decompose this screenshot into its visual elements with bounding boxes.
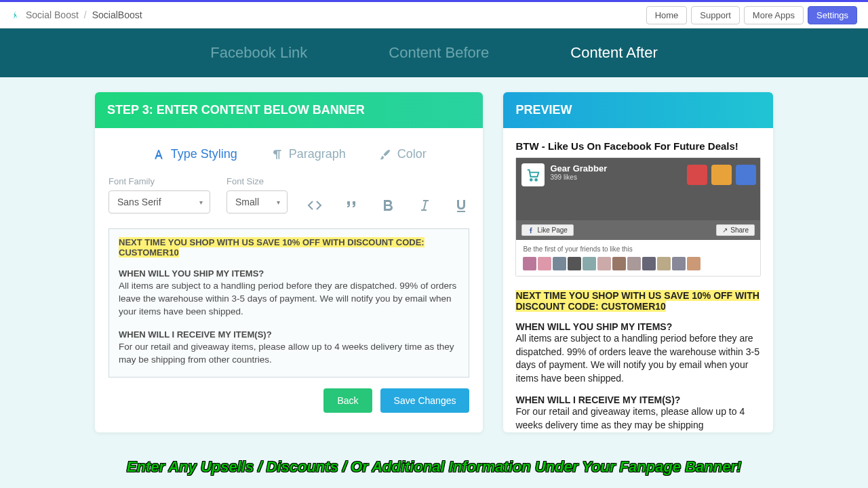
- breadcrumb: Social Boost / SocialBoost: [11, 9, 142, 20]
- editor-q1: WHEN WILL YOU SHIP MY ITEMS?: [119, 268, 459, 279]
- font-family-field: Font Family Sans Serif: [108, 176, 210, 214]
- preview-a2: For our retail and giveaway items, pleas…: [515, 405, 761, 432]
- tab-color-label: Color: [397, 147, 427, 161]
- preview-highlight: NEXT TIME YOU SHOP WITH US SAVE 10% OFF …: [515, 290, 759, 312]
- svg-point-1: [536, 179, 538, 181]
- breadcrumb-a[interactable]: Social Boost: [26, 9, 79, 20]
- facebook-cover: Gear Grabber 399 likes: [516, 158, 760, 220]
- preview-panel: PREVIEW BTW - Like Us On Facebook For Fu…: [503, 92, 773, 432]
- italic-icon[interactable]: [416, 197, 433, 214]
- home-button[interactable]: Home: [646, 6, 688, 24]
- style-tabs: Type Styling Paragraph Color: [108, 147, 469, 161]
- step-header: STEP 3: ENTER CONTENT BELOW BANNER: [95, 92, 483, 128]
- top-bar: Social Boost / SocialBoost Home Support …: [0, 0, 868, 28]
- bold-icon[interactable]: [380, 197, 396, 214]
- quote-icon[interactable]: [343, 197, 359, 214]
- breadcrumb-b: SocialBoost: [92, 9, 142, 20]
- tab-content-before[interactable]: Content Before: [389, 44, 489, 62]
- type-icon: [152, 148, 165, 161]
- editor-a2: For our retail and giveaway items, pleas…: [119, 341, 459, 367]
- font-family-select[interactable]: Sans Serif: [108, 190, 210, 214]
- preview-q1: WHEN WILL YOU SHIP MY ITEMS?: [515, 321, 761, 332]
- facebook-likes-count: 399 likes: [550, 174, 607, 181]
- font-size-field: Font Size Small: [226, 176, 288, 214]
- editor-highlight: NEXT TIME YOU SHOP WITH US SAVE 10% OFF …: [119, 237, 425, 258]
- top-nav: Home Support More Apps Settings: [646, 6, 857, 24]
- preview-q2: WHEN WILL I RECEIVE MY ITEM(S)?: [515, 394, 761, 405]
- preview-content: NEXT TIME YOU SHOP WITH US SAVE 10% OFF …: [515, 290, 761, 432]
- support-button[interactable]: Support: [691, 6, 740, 24]
- tab-content-after[interactable]: Content After: [570, 44, 657, 62]
- underline-icon[interactable]: [453, 197, 469, 214]
- type-toolbar: Font Family Sans Serif Font Size Small: [108, 176, 469, 214]
- footer-caption: Enter Any Upsells / Discounts / Or Addit…: [0, 458, 868, 476]
- code-icon[interactable]: [307, 197, 323, 214]
- app-logo-icon: [11, 10, 20, 20]
- tab-color[interactable]: Color: [378, 147, 427, 161]
- settings-button[interactable]: Settings: [808, 6, 857, 24]
- preview-a1: All items are subject to a handling peri…: [515, 332, 761, 385]
- tab-paragraph[interactable]: Paragraph: [270, 147, 346, 161]
- font-family-label: Font Family: [108, 176, 210, 186]
- facebook-share-button[interactable]: ↗Share: [716, 224, 755, 236]
- brush-icon: [378, 148, 392, 161]
- content-editor[interactable]: NEXT TIME YOU SHOP WITH US SAVE 10% OFF …: [108, 228, 469, 378]
- svg-point-0: [530, 179, 532, 181]
- editor-q3: WHERE ARE MY ITEMS COMING FROM?: [119, 377, 459, 378]
- facebook-action-bar: Like Page ↗Share: [516, 220, 760, 240]
- facebook-friends-text: Be the first of your friends to like thi…: [523, 245, 632, 253]
- tab-type-styling[interactable]: Type Styling: [152, 147, 237, 161]
- tab-facebook-link[interactable]: Facebook Link: [210, 44, 307, 62]
- facebook-widget: Gear Grabber 399 likes Like Page ↗Share …: [515, 157, 761, 277]
- editor-q2: WHEN WILL I RECEIVE MY ITEM(S)?: [119, 329, 459, 340]
- font-size-label: Font Size: [226, 176, 288, 186]
- step-tabs: Facebook Link Content Before Content Aft…: [0, 28, 868, 77]
- font-size-select[interactable]: Small: [226, 190, 288, 214]
- facebook-friends: Be the first of your friends to like thi…: [516, 240, 760, 276]
- breadcrumb-separator: /: [84, 9, 87, 20]
- tab-paragraph-label: Paragraph: [289, 147, 346, 161]
- editor-a1: All items are subject to a handling peri…: [119, 280, 459, 319]
- editor-buttons: Back Save Changes: [108, 388, 469, 413]
- back-button[interactable]: Back: [323, 388, 372, 413]
- format-icons: [307, 197, 469, 214]
- facebook-page-name: Gear Grabber: [550, 163, 607, 174]
- facebook-page-avatar: [521, 163, 545, 186]
- tab-type-styling-label: Type Styling: [171, 147, 237, 161]
- paragraph-icon: [270, 148, 283, 161]
- content-editor-panel: STEP 3: ENTER CONTENT BELOW BANNER Type …: [95, 92, 483, 432]
- preview-title: BTW - Like Us On Facebook For Future Dea…: [515, 140, 761, 152]
- preview-header: PREVIEW: [503, 92, 773, 128]
- facebook-like-button[interactable]: Like Page: [521, 224, 573, 236]
- save-changes-button[interactable]: Save Changes: [380, 388, 470, 413]
- more-apps-button[interactable]: More Apps: [744, 6, 804, 24]
- workspace: STEP 3: ENTER CONTENT BELOW BANNER Type …: [0, 77, 868, 432]
